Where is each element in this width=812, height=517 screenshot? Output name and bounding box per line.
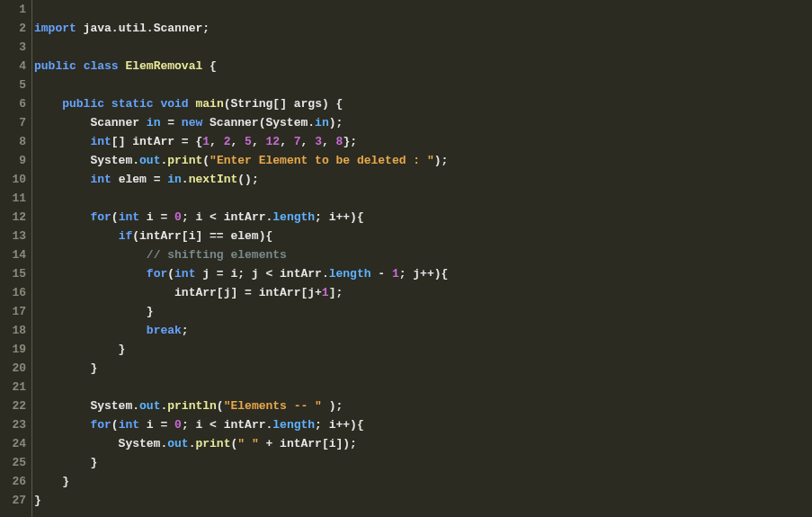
line-number: 4 bbox=[0, 57, 31, 76]
line-number: 24 bbox=[0, 434, 31, 453]
line-number: 21 bbox=[0, 378, 31, 397]
token-id-in: length bbox=[272, 418, 315, 432]
token-punct: ; i++){ bbox=[315, 210, 364, 224]
token-punct: System. bbox=[34, 399, 139, 413]
code-line[interactable]: // shifting elements bbox=[34, 245, 812, 264]
token-punct: . bbox=[112, 22, 119, 35]
code-line[interactable] bbox=[34, 0, 812, 19]
code-editor: 1234567891011121314151617181920212223242… bbox=[0, 0, 812, 517]
code-line[interactable]: } bbox=[34, 359, 812, 378]
code-line[interactable]: import java.util.Scanner; bbox=[34, 19, 812, 38]
token-str: " " bbox=[237, 437, 258, 450]
code-line[interactable]: System.out.println("Elements -- " ); bbox=[34, 397, 812, 415]
token-id-in: out bbox=[139, 399, 160, 413]
code-line[interactable] bbox=[34, 378, 812, 397]
token-kw: static bbox=[112, 97, 154, 111]
line-number: 6 bbox=[0, 94, 31, 113]
token-punct: i = bbox=[139, 418, 174, 432]
code-line[interactable]: for(int j = i; j < intArr.length - 1; j+… bbox=[34, 264, 812, 283]
token-punct bbox=[34, 267, 147, 281]
token-num: 7 bbox=[294, 135, 301, 148]
code-line[interactable]: } bbox=[34, 491, 812, 510]
token-punct bbox=[34, 248, 147, 262]
token-str: "Enter Element to be deleted : " bbox=[210, 154, 434, 167]
token-punct: (); bbox=[237, 173, 258, 186]
token-id-in: out bbox=[167, 437, 188, 450]
token-meth: print bbox=[195, 437, 230, 450]
token-punct: , bbox=[280, 135, 294, 148]
token-kw: int bbox=[119, 418, 139, 432]
code-line[interactable]: for(int i = 0; i < intArr.length; i++){ bbox=[34, 415, 812, 434]
code-line[interactable]: break; bbox=[34, 321, 812, 340]
token-cmt: // shifting elements bbox=[147, 248, 287, 262]
token-punct: } bbox=[34, 305, 154, 318]
token-punct: } bbox=[34, 494, 41, 507]
code-line[interactable]: int elem = in.nextInt(); bbox=[34, 170, 812, 189]
code-line[interactable]: } bbox=[34, 453, 812, 472]
code-line[interactable]: } bbox=[34, 302, 812, 321]
line-number: 2 bbox=[0, 19, 31, 38]
code-line[interactable] bbox=[34, 76, 812, 94]
token-punct bbox=[34, 97, 62, 111]
code-line[interactable]: Scanner in = new Scanner(System.in); bbox=[34, 113, 812, 132]
token-punct: j = i; j < intArr. bbox=[195, 267, 328, 281]
line-number-gutter: 1234567891011121314151617181920212223242… bbox=[0, 0, 32, 517]
token-num: 12 bbox=[266, 135, 281, 148]
token-id-in: in bbox=[147, 116, 161, 129]
token-kw: int bbox=[119, 210, 139, 224]
line-number: 12 bbox=[0, 208, 31, 227]
code-line[interactable] bbox=[34, 189, 812, 208]
token-punct: - bbox=[371, 267, 392, 281]
token-meth: println bbox=[167, 399, 217, 413]
code-area[interactable]: import java.util.Scanner; public class E… bbox=[32, 0, 812, 517]
token-kw-new: new bbox=[182, 116, 202, 129]
token-kw: class bbox=[84, 59, 119, 73]
code-line[interactable]: public class ElemRemoval { bbox=[34, 57, 812, 76]
line-number: 16 bbox=[0, 283, 31, 302]
token-punct: Scanner bbox=[34, 116, 147, 129]
token-punct bbox=[104, 97, 112, 111]
token-punct: util bbox=[119, 22, 147, 35]
code-line[interactable] bbox=[34, 38, 812, 57]
code-line[interactable]: public static void main(String[] args) { bbox=[34, 94, 812, 113]
token-kw: int bbox=[90, 173, 111, 186]
token-punct: ); bbox=[322, 399, 343, 413]
code-line[interactable]: System.out.print(" " + intArr[i]); bbox=[34, 434, 812, 453]
token-num: 1 bbox=[392, 267, 399, 281]
token-punct: ); bbox=[434, 154, 449, 167]
line-number: 9 bbox=[0, 151, 31, 170]
token-punct: System. bbox=[34, 437, 167, 450]
code-line[interactable]: intArr[j] = intArr[j+1]; bbox=[34, 283, 812, 302]
token-punct: ; bbox=[182, 324, 189, 337]
token-kw-ctrl: for bbox=[147, 267, 167, 281]
token-num: 0 bbox=[174, 210, 182, 224]
token-punct: i = bbox=[139, 210, 174, 224]
line-number: 14 bbox=[0, 245, 31, 264]
token-id-in: length bbox=[329, 267, 371, 281]
token-num: 0 bbox=[174, 418, 182, 432]
line-number: 19 bbox=[0, 340, 31, 359]
code-line[interactable]: if(intArr[i] == elem){ bbox=[34, 227, 812, 245]
token-punct: ( bbox=[112, 210, 119, 224]
line-number: 7 bbox=[0, 113, 31, 132]
token-kw: import bbox=[34, 22, 76, 35]
token-kw: public bbox=[62, 97, 104, 111]
code-line[interactable]: int[] intArr = {1, 2, 5, 12, 7, 3, 8}; bbox=[34, 132, 812, 151]
token-punct: , bbox=[230, 135, 245, 148]
token-punct: ; i < intArr. bbox=[182, 418, 272, 432]
token-punct bbox=[34, 229, 119, 243]
code-line[interactable]: System.out.print("Enter Element to be de… bbox=[34, 151, 812, 170]
token-punct: ]; bbox=[329, 286, 344, 299]
code-line[interactable]: for(int i = 0; i < intArr.length; i++){ bbox=[34, 208, 812, 227]
token-punct: ( bbox=[217, 399, 224, 413]
token-punct: ; i < intArr. bbox=[182, 210, 272, 224]
token-punct: System. bbox=[34, 154, 139, 167]
token-punct: ( bbox=[112, 418, 119, 432]
code-line[interactable]: } bbox=[34, 472, 812, 491]
line-number: 3 bbox=[0, 38, 31, 57]
token-punct: } bbox=[34, 343, 125, 356]
code-line[interactable]: } bbox=[34, 340, 812, 359]
token-punct: . bbox=[147, 22, 154, 35]
token-num: 3 bbox=[315, 135, 322, 148]
token-punct: ; i++){ bbox=[315, 418, 364, 432]
